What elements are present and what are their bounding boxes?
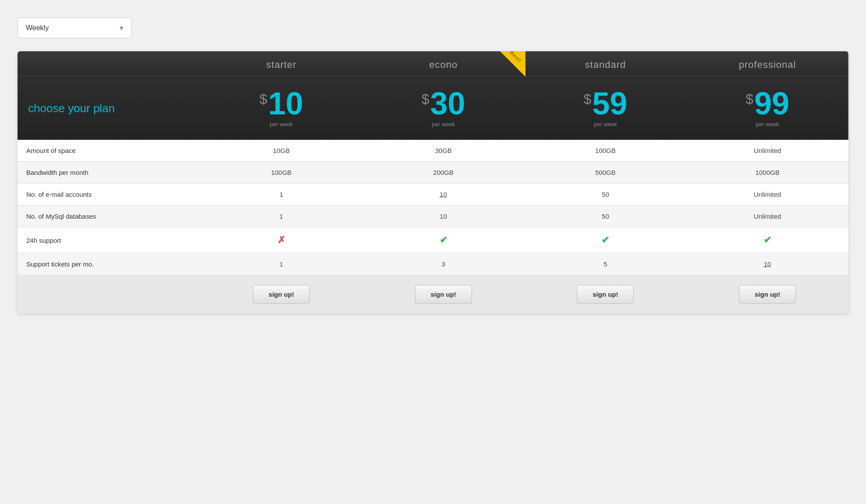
starter-email: 1 [200, 184, 362, 206]
period-dropdown-container[interactable]: Weekly Monthly Yearly ▼ [18, 18, 131, 38]
header-professional: professional [686, 51, 848, 76]
feature-label-tickets: Support tickets per mo. [18, 253, 200, 275]
starter-price-display: $ 10 [259, 88, 303, 119]
starter-dollar-sign: $ [259, 91, 267, 107]
feature-row-email: No. of e-mail accounts 1 10 50 Unlimited [18, 184, 848, 206]
professional-plan-name: professional [739, 59, 796, 70]
feature-row-bandwidth: Bandwidth per month 100GB 200GB 500GB 10… [18, 162, 848, 184]
starter-price-period: per week [205, 121, 358, 128]
feature-row-space: Amount of space 10GB 30GB 100GB Unlimite… [18, 140, 848, 162]
standard-space: 100GB [525, 140, 687, 162]
econo-tickets: 3 [362, 253, 525, 275]
professional-signup-button[interactable]: sign up! [739, 285, 796, 304]
feature-label-email: No. of e-mail accounts [18, 184, 200, 206]
econo-price-amount: 30 [430, 88, 465, 119]
choose-text: choose [28, 102, 68, 115]
plan-text: plan [90, 102, 115, 115]
standard-signup-button[interactable]: sign up! [577, 285, 634, 304]
starter-bandwidth: 100GB [200, 162, 362, 184]
standard-price-period: per week [529, 121, 682, 128]
starter-price-amount: 10 [268, 88, 303, 119]
standard-mysql: 50 [525, 206, 687, 227]
professional-mysql: Unlimited [686, 206, 848, 227]
pricing-table: starter econo Best! standard professiona… [18, 51, 848, 313]
professional-price-period: per week [691, 121, 844, 128]
econo-price-period: per week [367, 121, 520, 128]
professional-dollar-sign: $ [745, 91, 753, 107]
standard-bandwidth: 500GB [525, 162, 687, 184]
header-standard: standard [525, 51, 687, 76]
econo-email: 10 [362, 184, 525, 206]
header-empty-cell [18, 51, 200, 76]
econo-signup-button[interactable]: sign up! [415, 285, 472, 304]
starter-plan-name: starter [266, 59, 296, 70]
choose-plan-cell: choose your plan [18, 76, 200, 140]
econo-space: 30GB [362, 140, 525, 162]
standard-signup-cell: sign up! [525, 275, 687, 314]
plan-header-row: starter econo Best! standard professiona… [18, 51, 848, 76]
standard-price-amount: 59 [592, 88, 627, 119]
check-icon: ✔ [763, 234, 771, 245]
econo-price-cell: $ 30 per week [362, 76, 525, 140]
starter-support: ✗ [200, 227, 362, 253]
standard-email: 50 [525, 184, 687, 206]
professional-price-amount: 99 [754, 88, 789, 119]
standard-tickets: 5 [525, 253, 687, 275]
professional-signup-cell: sign up! [686, 275, 848, 314]
econo-bandwidth: 200GB [362, 162, 525, 184]
professional-price-cell: $ 99 per week [686, 76, 848, 140]
econo-signup-cell: sign up! [362, 275, 525, 314]
feature-row-mysql: No. of MySql databases 1 10 50 Unlimited [18, 206, 848, 227]
feature-label-mysql: No. of MySql databases [18, 206, 200, 227]
starter-signup-cell: sign up! [200, 275, 362, 314]
standard-price-cell: $ 59 per week [525, 76, 687, 140]
professional-price-display: $ 99 [745, 88, 789, 119]
standard-plan-name: standard [585, 59, 626, 70]
starter-signup-button[interactable]: sign up! [253, 285, 310, 304]
econo-plan-name: econo [429, 59, 458, 70]
feature-label-space: Amount of space [18, 140, 200, 162]
standard-support: ✔ [525, 227, 687, 253]
signup-empty-cell [18, 275, 200, 314]
your-highlight: your [68, 102, 90, 115]
starter-tickets: 1 [200, 253, 362, 275]
econo-dollar-sign: $ [422, 91, 429, 107]
econo-support: ✔ [362, 227, 525, 253]
standard-price-display: $ 59 [583, 88, 627, 119]
price-row: choose your plan $ 10 per week $ 30 per … [18, 76, 848, 140]
choose-plan-title: choose your plan [28, 102, 115, 115]
signup-row: sign up! sign up! sign up! sign up! [18, 275, 848, 314]
feature-row-support: 24h support ✗ ✔ ✔ ✔ [18, 227, 848, 253]
starter-price-cell: $ 10 per week [200, 76, 362, 140]
professional-email: Unlimited [686, 184, 848, 206]
check-icon: ✔ [440, 234, 447, 245]
professional-tickets: 10 [686, 253, 848, 275]
professional-bandwidth: 1000GB [686, 162, 848, 184]
standard-dollar-sign: $ [583, 91, 591, 107]
header-econo: econo Best! [362, 51, 525, 76]
econo-mysql: 10 [362, 206, 525, 227]
professional-support: ✔ [686, 227, 848, 253]
header-starter: starter [200, 51, 362, 76]
feature-label-bandwidth: Bandwidth per month [18, 162, 200, 184]
professional-space: Unlimited [686, 140, 848, 162]
check-icon: ✔ [601, 234, 609, 245]
starter-mysql: 1 [200, 206, 362, 227]
cross-icon: ✗ [277, 234, 285, 245]
feature-label-support: 24h support [18, 227, 200, 253]
period-dropdown-wrapper: Weekly Monthly Yearly ▼ [18, 18, 848, 38]
econo-price-display: $ 30 [422, 88, 465, 119]
period-select[interactable]: Weekly Monthly Yearly [18, 18, 131, 38]
starter-space: 10GB [200, 140, 362, 162]
feature-row-tickets: Support tickets per mo. 1 3 5 10 [18, 253, 848, 275]
